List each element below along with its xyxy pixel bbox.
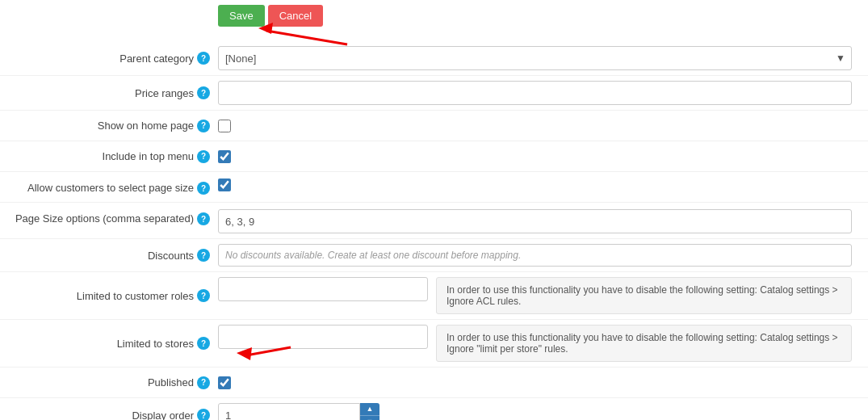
- display-order-label-col: Display order ?: [0, 409, 218, 420]
- display-order-label: Display order: [132, 410, 194, 421]
- form-container: Parent category ? [None] ▼ Price ranges …: [0, 35, 868, 420]
- page-size-options-row: Page Size options (comma separated) ?: [0, 203, 868, 239]
- published-help-icon[interactable]: ?: [197, 376, 210, 389]
- show-on-home-page-help-icon[interactable]: ?: [197, 120, 210, 132]
- limited-customer-roles-row: Limited to customer roles ? In order to …: [0, 272, 868, 320]
- parent-category-input-col: [None] ▼: [218, 46, 868, 70]
- discounts-input-col: No discounts available. Create at least …: [218, 244, 868, 267]
- spinner-up-button[interactable]: ▲: [360, 403, 379, 416]
- show-on-home-page-row: Show on home page ?: [0, 111, 868, 141]
- allow-customers-label: Allow customers to select page size: [27, 182, 194, 194]
- discounts-help-icon[interactable]: ?: [197, 249, 210, 262]
- page-size-options-help-icon[interactable]: ?: [197, 212, 210, 225]
- published-checkbox[interactable]: [218, 376, 231, 389]
- page-size-options-input[interactable]: [218, 209, 852, 233]
- include-in-top-menu-input-col: [218, 150, 868, 163]
- parent-category-select[interactable]: [None]: [218, 46, 852, 70]
- save-button[interactable]: Save: [218, 5, 265, 27]
- display-order-help-icon[interactable]: ?: [197, 409, 210, 420]
- limited-customer-roles-input-col: In order to use this functionality you h…: [218, 277, 868, 314]
- price-ranges-row: Price ranges ?: [0, 76, 868, 111]
- price-ranges-label-col: Price ranges ?: [0, 86, 218, 99]
- limited-customer-roles-info: In order to use this functionality you h…: [436, 277, 852, 314]
- show-on-home-page-input-col: [218, 120, 868, 132]
- display-order-input[interactable]: [218, 403, 360, 420]
- price-ranges-help-icon[interactable]: ?: [197, 86, 210, 99]
- published-row: Published ?: [0, 368, 868, 398]
- discounts-label-col: Discounts ?: [0, 249, 218, 262]
- discounts-label: Discounts: [148, 250, 194, 262]
- display-order-spinner: ▲ ▼: [218, 403, 379, 420]
- parent-category-label-col: Parent category ?: [0, 52, 218, 65]
- allow-customers-label-col: Allow customers to select page size ?: [0, 178, 218, 195]
- discounts-row: Discounts ? No discounts available. Crea…: [0, 239, 868, 272]
- show-on-home-page-label-col: Show on home page ?: [0, 120, 218, 132]
- allow-customers-input-col: [218, 178, 868, 191]
- allow-customers-help-icon[interactable]: ?: [197, 182, 210, 195]
- parent-category-label: Parent category: [120, 52, 194, 65]
- spinner-down-button[interactable]: ▼: [360, 416, 379, 421]
- limited-customer-roles-label-col: Limited to customer roles ?: [0, 289, 218, 302]
- display-order-input-col: ▲ ▼: [218, 403, 868, 420]
- show-on-home-page-label: Show on home page: [98, 120, 194, 132]
- limited-stores-info: In order to use this functionality you h…: [436, 325, 852, 362]
- allow-customers-checkbox[interactable]: [218, 178, 231, 191]
- limited-stores-label: Limited to stores: [117, 338, 194, 350]
- parent-category-row: Parent category ? [None] ▼: [0, 41, 868, 76]
- allow-customers-row: Allow customers to select page size ?: [0, 172, 868, 203]
- price-ranges-input[interactable]: [218, 81, 852, 105]
- spinner-buttons: ▲ ▼: [360, 403, 379, 420]
- include-in-top-menu-row: Include in top menu ?: [0, 141, 868, 172]
- published-input-col: [218, 376, 868, 389]
- published-label: Published: [148, 376, 194, 388]
- include-in-top-menu-help-icon[interactable]: ?: [197, 150, 210, 163]
- limited-stores-input[interactable]: [218, 325, 428, 349]
- display-order-row: Display order ? ▲ ▼: [0, 398, 868, 420]
- include-in-top-menu-label: Include in top menu: [103, 150, 194, 162]
- limited-stores-row: Limited to stores ? In order to use this…: [0, 320, 868, 368]
- page-size-options-label-col: Page Size options (comma separated) ?: [0, 209, 218, 225]
- parent-category-select-wrapper: [None] ▼: [218, 46, 852, 70]
- discounts-placeholder: No discounts available. Create at least …: [218, 244, 852, 267]
- include-in-top-menu-label-col: Include in top menu ?: [0, 150, 218, 163]
- limited-stores-help-icon[interactable]: ?: [197, 337, 210, 350]
- published-label-col: Published ?: [0, 376, 218, 389]
- price-ranges-label: Price ranges: [135, 87, 194, 99]
- price-ranges-input-col: [218, 81, 868, 105]
- limited-stores-label-col: Limited to stores ?: [0, 337, 218, 350]
- limited-customer-roles-help-icon[interactable]: ?: [197, 289, 210, 302]
- cancel-button[interactable]: Cancel: [268, 5, 323, 27]
- limited-stores-input-col: In order to use this functionality you h…: [218, 325, 868, 362]
- page-size-options-label: Page Size options (comma separated): [15, 212, 194, 225]
- show-on-home-page-checkbox[interactable]: [218, 120, 231, 132]
- limited-customer-roles-input[interactable]: [218, 277, 428, 301]
- limited-customer-roles-label: Limited to customer roles: [77, 290, 194, 302]
- include-in-top-menu-checkbox[interactable]: [218, 150, 231, 163]
- page-size-options-input-col: [218, 209, 868, 233]
- parent-category-help-icon[interactable]: ?: [197, 52, 210, 65]
